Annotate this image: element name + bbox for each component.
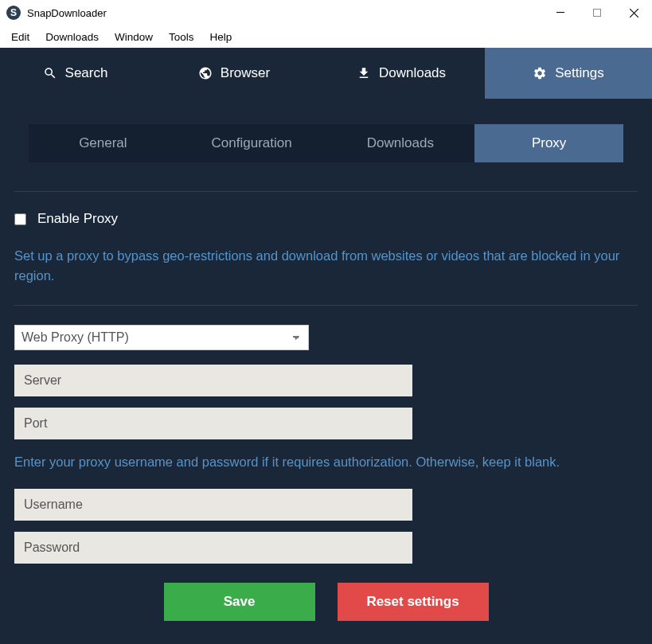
password-input[interactable] [14, 532, 412, 564]
app-logo-icon: S [6, 6, 21, 20]
svg-rect-0 [556, 12, 564, 13]
menu-tools[interactable]: Tools [161, 28, 202, 46]
tab-downloads[interactable]: Downloads [318, 48, 485, 99]
menu-downloads[interactable]: Downloads [37, 28, 107, 46]
enable-proxy-label: Enable Proxy [37, 211, 118, 227]
svg-rect-1 [594, 10, 601, 17]
enable-proxy-checkbox[interactable] [14, 213, 26, 225]
menu-window[interactable]: Window [107, 28, 161, 46]
gear-icon [533, 66, 547, 80]
titlebar: S SnapDownloader [0, 0, 652, 25]
username-input[interactable] [14, 489, 412, 521]
sub-tab-downloads[interactable]: Downloads [326, 124, 475, 162]
download-icon [357, 66, 371, 80]
server-input[interactable] [14, 365, 412, 396]
tab-settings[interactable]: Settings [485, 48, 652, 99]
proxy-description: Set up a proxy to bypass geo-restriction… [14, 246, 638, 286]
buttons-row: Save Reset settings [14, 583, 638, 621]
sub-tab-general[interactable]: General [29, 124, 178, 162]
window-controls [542, 0, 652, 25]
proxy-config-section: Web Proxy (HTTP) Enter your proxy userna… [14, 306, 638, 641]
port-input[interactable] [14, 408, 412, 439]
tab-browser[interactable]: Browser [150, 48, 318, 99]
tab-search[interactable]: Search [0, 48, 150, 99]
close-button[interactable] [615, 0, 652, 25]
app-title: SnapDownloader [27, 7, 107, 19]
sub-tab-proxy[interactable]: Proxy [474, 124, 623, 162]
settings-content: General Configuration Downloads Proxy En… [0, 99, 652, 644]
tab-settings-label: Settings [555, 65, 603, 81]
maximize-button[interactable] [579, 0, 615, 25]
minimize-button[interactable] [542, 0, 579, 25]
menu-help[interactable]: Help [202, 28, 240, 46]
globe-icon [198, 66, 213, 80]
search-icon [43, 66, 57, 80]
settings-sub-tabs: General Configuration Downloads Proxy [29, 124, 623, 162]
enable-proxy-row: Enable Proxy [14, 211, 638, 227]
sub-tab-configuration[interactable]: Configuration [178, 124, 326, 162]
enable-proxy-section: Enable Proxy Set up a proxy to bypass ge… [14, 192, 638, 305]
main-tabs: Search Browser Downloads Settings [0, 48, 652, 99]
tab-downloads-label: Downloads [379, 65, 446, 81]
tab-browser-label: Browser [221, 65, 270, 81]
save-button[interactable]: Save [164, 583, 315, 621]
proxy-type-select[interactable]: Web Proxy (HTTP) [14, 325, 309, 350]
reset-button[interactable]: Reset settings [338, 583, 489, 621]
menu-edit[interactable]: Edit [3, 28, 37, 46]
auth-help-text: Enter your proxy username and password i… [14, 452, 638, 472]
tab-search-label: Search [65, 65, 108, 81]
menubar: Edit Downloads Window Tools Help [0, 25, 652, 48]
